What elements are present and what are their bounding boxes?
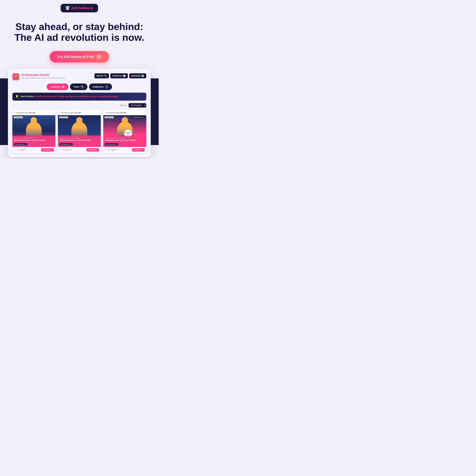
best-practice-text: Best Practice: For Meta: Use Dynamic Cre… <box>21 95 119 98</box>
lightbulb-icon: 💡 <box>15 95 19 98</box>
person-head-2 <box>76 117 83 123</box>
download-arrow-1: ⬇ <box>51 149 52 151</box>
card-logo-small-1: AdCreative.ai <box>14 117 23 118</box>
card-checkbox-1[interactable] <box>14 149 16 151</box>
edit-icon-2: ✏️ <box>70 149 72 151</box>
cta-button[interactable]: Try AdCreative.ai Free 🧠 <box>50 51 109 63</box>
app-header-left: 📦 AI-Generated Assets Your AI generated … <box>12 73 65 80</box>
tab-audiences-label: Audiences <box>92 85 104 88</box>
edit-label-1: Edit <box>20 149 23 151</box>
mockup-wrapper: 📦 AI-Generated Assets Your AI generated … <box>0 69 159 157</box>
card-image-3: AdCreative.ai Craft Smarter Ads ⬡ AdCrea… <box>103 115 146 147</box>
card-title-1: AI-Powered Ads for Faster Results <box>14 139 54 141</box>
edit-button-1[interactable]: Edit ✏️ <box>20 149 26 151</box>
craft-tag-icon-1: ⬡ <box>25 144 26 145</box>
app-title-area: AI-Generated Assets Your AI generated as… <box>21 73 65 79</box>
edit-button-2[interactable]: Edit ✏️ <box>66 149 72 151</box>
logo-pill: AdCreative.ai <box>61 4 98 12</box>
filter-label: Filter by: <box>120 104 127 106</box>
edit-label-2: Edit <box>66 149 69 151</box>
audiences-icon: 🐾 <box>105 85 108 88</box>
logo-suffix: .ai <box>89 6 93 10</box>
refresh-icon-3[interactable]: ↻ <box>108 149 110 151</box>
app-icon-box: 📦 <box>12 73 19 80</box>
edit-icon: ✏️ <box>104 75 107 77</box>
edit-label-3: Edit <box>111 149 114 151</box>
edit-all-button[interactable]: Edit All ✏️ <box>94 73 109 78</box>
score-icon-2: ⊙ <box>60 112 61 114</box>
card-action-left-3: ↻ Edit ✏️ <box>105 149 117 151</box>
score-icon-3: ⊙ <box>105 112 106 114</box>
download-button-2[interactable]: Download ⬇ <box>87 148 99 152</box>
score-icon-1: ⊙ <box>14 112 15 114</box>
card-sub-2: Boost Conversions with AI Creatives <box>60 137 99 139</box>
card-checkbox-2[interactable] <box>60 149 62 151</box>
filter-select[interactable]: All Creatives <box>129 103 146 108</box>
logo-icon <box>66 6 69 10</box>
cta-label: Try AdCreative.ai Free <box>57 55 94 59</box>
download-label-3: Download <box>134 149 141 151</box>
cta-container: Try AdCreative.ai Free 🧠 <box>0 46 159 69</box>
card-title-2: AI-Powered Ads for Faster Results <box>60 139 99 141</box>
craft-tag-icon-2: ⬡ <box>71 144 71 145</box>
download-label-2: Download <box>88 149 96 151</box>
craft-tag-label-2: Craft Smarter Ads <box>61 144 70 145</box>
app-header-right: Edit All ✏️ Convert to 🔄 Download ⬇️ <box>94 73 146 78</box>
card-checkbox-3[interactable] <box>105 149 107 151</box>
creative-card-3: ⊙ Conversion Score: 86 / 100 ☆ AdCreativ… <box>103 110 146 153</box>
edit-icon-1: ✏️ <box>24 149 26 151</box>
app-header: 📦 AI-Generated Assets Your AI generated … <box>12 73 146 80</box>
tab-bar: Creatives 🖼️ Texts T Audiences 🐾 <box>12 84 146 90</box>
tab-texts-label: Texts <box>73 85 79 88</box>
download-button-1[interactable]: Download ⬇ <box>41 148 54 152</box>
star-icon-3[interactable]: ☆ <box>143 111 145 114</box>
craft-tag-1: Craft Smarter Ads ⬡ <box>14 143 27 145</box>
craft-tag-icon-3: ⬡ <box>116 144 117 145</box>
download-all-button[interactable]: Download ⬇️ <box>129 73 146 78</box>
craft-tag-3: Craft Smarter Ads ⬡ <box>105 143 118 145</box>
star-icon-1[interactable]: ☆ <box>52 111 54 114</box>
tab-creatives-label: Creatives <box>50 85 60 88</box>
card-score-2: ⊙ Conversion Score: 86 / 100 ☆ <box>58 110 101 115</box>
card-action-left-1: ↻ Edit ✏️ <box>14 149 26 151</box>
tab-creatives[interactable]: Creatives 🖼️ <box>47 84 68 90</box>
download-button-3[interactable]: Download ⬇ <box>132 148 145 152</box>
card-score-1: ⊙ Conversion Score: 86 / 100 ☆ <box>12 110 55 115</box>
edit-all-label: Edit All <box>97 75 103 77</box>
hero-line2: The AI ad revolution is now. <box>10 32 149 43</box>
person-head-1 <box>31 117 37 123</box>
tab-texts[interactable]: Texts T <box>70 84 87 90</box>
app-subtitle: Your AI generated assets based on the se… <box>21 77 65 79</box>
convert-icon: 🔄 <box>123 75 126 77</box>
card-action-left-2: ↻ Edit ✏️ <box>60 149 72 151</box>
card-overlay-3: Boost Conversions with AI Creatives AI-P… <box>103 136 146 147</box>
edit-button-3[interactable]: Edit ✏️ <box>111 149 117 151</box>
tab-audiences[interactable]: Audiences 🐾 <box>89 84 112 90</box>
star-icon-2[interactable]: ☆ <box>97 111 99 114</box>
craft-tag-label-3: Craft Smarter Ads <box>106 144 116 145</box>
card-image-2: AdCreative.ai Boost Conversions with AI … <box>58 115 101 147</box>
card-score-3: ⊙ Conversion Score: 86 / 100 ☆ <box>103 110 146 115</box>
download-label: Download <box>131 75 140 77</box>
convert-to-button[interactable]: Convert to 🔄 <box>110 73 128 78</box>
download-icon: ⬇️ <box>141 75 144 77</box>
creatives-icon: 🖼️ <box>61 85 65 88</box>
card-image-1: AdCreative.ai Boost Conversions with AI … <box>12 115 55 147</box>
texts-icon: T <box>81 85 84 88</box>
card-title-3: AI-Powered Ads for Faster Results <box>105 139 145 141</box>
best-practice-title: Best Practice: <box>21 95 34 98</box>
logo-name: AdCreative <box>71 6 89 10</box>
hero-title: Stay ahead, or stay behind: The AI ad re… <box>10 21 149 43</box>
refresh-icon-1[interactable]: ↻ <box>17 149 19 151</box>
card-actions-1: ↻ Edit ✏️ Download ⬇ <box>12 147 55 153</box>
score-label-2: Conversion Score: 86 / 100 <box>62 112 81 114</box>
edit-icon-3: ✏️ <box>115 149 117 151</box>
best-practice-body: For Meta: Use Dynamic Creative Ads Type … <box>35 95 119 98</box>
person-head-3 <box>122 117 128 123</box>
card-overlay-1: Boost Conversions with AI Creatives AI-P… <box>12 136 55 147</box>
hero-line1: Stay ahead, or stay behind: <box>10 21 149 32</box>
card-sub-1: Boost Conversions with AI Creatives <box>14 137 54 139</box>
card-actions-3: ↻ Edit ✏️ Download ⬇ <box>103 147 146 153</box>
score-left-2: ⊙ Conversion Score: 86 / 100 <box>60 112 81 114</box>
refresh-icon-2[interactable]: ↻ <box>63 149 65 151</box>
